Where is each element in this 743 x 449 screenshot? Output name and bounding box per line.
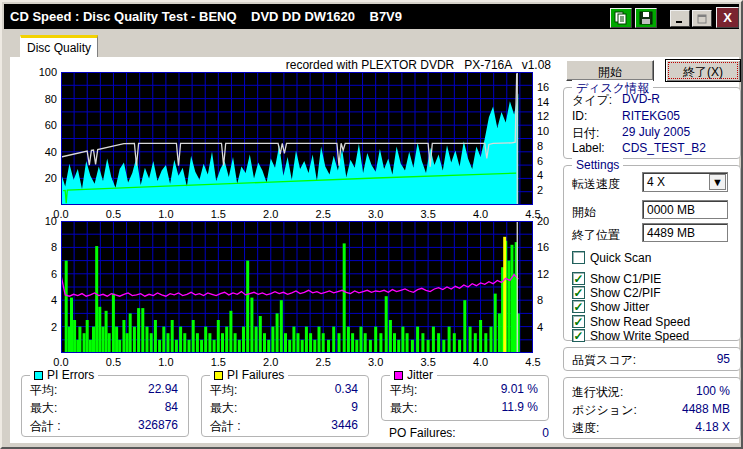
axis-tick-label: 4.5 — [518, 356, 548, 368]
show-write-speed-label: Show Write Speed — [590, 329, 689, 343]
axis-tick-label: 16 — [537, 241, 561, 253]
max-label: 最大: — [390, 400, 417, 417]
axis-tick-label: 2.5 — [308, 356, 338, 368]
progress-label: 進行状況: — [572, 384, 623, 401]
show-c1-pie-checkbox[interactable]: ✓ — [572, 272, 585, 285]
axis-tick-label: 2.0 — [256, 356, 286, 368]
jitter-stats-title: Jitter — [390, 368, 437, 382]
quick-scan-label: Quick Scan — [590, 251, 651, 265]
start-button[interactable]: 開始 — [566, 60, 654, 81]
avg-label: 平均: — [210, 382, 237, 399]
show-c2-pif-label: Show C2/PIF — [590, 286, 661, 300]
axis-tick-label: 2 — [537, 184, 561, 196]
titlebar[interactable]: CD Speed : Disc Quality Test - BENQ DVD … — [4, 4, 739, 29]
axis-tick-label: 16 — [537, 81, 561, 93]
save-button[interactable] — [635, 8, 657, 28]
close-icon: X — [723, 10, 732, 25]
disc-type-value: DVD-R — [622, 92, 660, 106]
exit-button-label: 終了(X) — [683, 65, 723, 79]
total-value: 326876 — [138, 418, 178, 432]
save-floppy-icon — [639, 11, 653, 25]
disc-date-label: 日付: — [572, 125, 599, 142]
window-title: CD Speed : Disc Quality Test - BENQ DVD … — [4, 9, 402, 24]
progress-group: 進行状況: 100 % ポジション: 4488 MB 速度: 4.18 X — [563, 377, 741, 439]
po-failures-value: 0 — [519, 426, 549, 440]
exit-button[interactable]: 終了(X) — [665, 59, 741, 82]
start-position-input[interactable]: 0000 MB — [642, 200, 728, 219]
tab-strip: Disc Quality — [4, 29, 739, 57]
show-write-speed-checkbox[interactable]: ✓ — [572, 329, 585, 342]
avg-value: 22.94 — [148, 382, 178, 396]
pi-errors-stats-box: PI Errors 平均: 22.94 最大: 84 合計 : 326876 — [21, 375, 189, 437]
axis-tick-label: 3.0 — [361, 208, 391, 220]
axis-tick-label: 3.0 — [361, 356, 391, 368]
show-read-speed-label: Show Read Speed — [590, 315, 690, 329]
avg-label: 平均: — [30, 382, 57, 399]
jitter-stats-box: Jitter 平均: 9.01 % 最大: 11.9 % — [381, 375, 549, 421]
quality-score-group: 品質スコア: 95 — [563, 347, 741, 371]
axis-tick-label: 2 — [25, 321, 57, 333]
quality-score-label: 品質スコア: — [572, 352, 636, 369]
pi-failures-stats-box: PI Failures 平均: 0.34 最大: 9 合計 : 3446 — [201, 375, 369, 437]
axis-tick-label: 0.5 — [98, 356, 128, 368]
axis-tick-label: 4 — [537, 169, 561, 181]
axis-tick-label: 10 — [537, 125, 561, 137]
total-label: 合計 : — [30, 418, 61, 435]
axis-tick-label: 20 — [25, 172, 57, 184]
maximize-button[interactable] — [692, 10, 712, 27]
axis-tick-label: 1.5 — [203, 208, 233, 220]
quick-scan-checkbox[interactable] — [572, 251, 585, 264]
pi-failures-swatch — [214, 371, 223, 380]
settings-title: Settings — [572, 158, 623, 172]
max-value: 84 — [165, 400, 178, 414]
speed-select[interactable]: 4 X ▼ — [642, 172, 728, 192]
axis-tick-label: 2.0 — [256, 208, 286, 220]
disc-label-value: CDS_TEST_B2 — [622, 141, 706, 155]
end-position-value: 4489 MB — [647, 226, 695, 240]
tab-label: Disc Quality — [27, 41, 91, 55]
start-position-value: 0000 MB — [647, 203, 695, 217]
copy-icon — [614, 11, 628, 25]
axis-tick-label: 6 — [25, 268, 57, 280]
speed-label: 速度: — [572, 420, 599, 437]
end-position-label: 終了位置 — [572, 227, 620, 244]
show-c2-pif-checkbox[interactable]: ✓ — [572, 286, 585, 299]
show-jitter-checkbox[interactable]: ✓ — [572, 300, 585, 313]
chevron-down-icon[interactable]: ▼ — [709, 174, 726, 190]
copy-to-clipboard-button[interactable] — [610, 8, 632, 28]
max-label: 最大: — [210, 400, 237, 417]
axis-tick-label: 0.5 — [98, 208, 128, 220]
disc-quality-page: recorded with PLEXTOR DVDR PX-716A v1.08… — [10, 57, 739, 443]
pi-errors-stats-title: PI Errors — [30, 368, 98, 382]
disc-id-label: ID: — [572, 109, 587, 123]
end-position-input[interactable]: 4489 MB — [642, 223, 728, 242]
axis-tick-label: 10 — [25, 215, 57, 227]
axis-tick-label: 4.0 — [466, 356, 496, 368]
axis-tick-label: 1.0 — [151, 208, 181, 220]
progress-value: 100 % — [696, 384, 730, 398]
axis-tick-label: 20 — [537, 215, 561, 227]
recorded-with-text: recorded with PLEXTOR DVDR PX-716A v1.08 — [191, 58, 551, 72]
pi-errors-chart — [61, 72, 533, 205]
axis-tick-label: 3.5 — [413, 208, 443, 220]
quality-score-value: 95 — [717, 352, 730, 366]
speed-value: 4.18 X — [695, 420, 730, 434]
disc-date-value: 29 July 2005 — [622, 125, 690, 139]
position-label: ポジション: — [572, 402, 637, 419]
tab-disc-quality[interactable]: Disc Quality — [20, 35, 98, 58]
axis-tick-label: 4.0 — [466, 208, 496, 220]
disc-info-group: ディスク情報 タイプ: DVD-R ID: RITEKG05 日付: 29 Ju… — [563, 87, 741, 159]
show-read-speed-checkbox[interactable]: ✓ — [572, 315, 585, 328]
close-button[interactable]: X — [716, 7, 739, 28]
total-value: 3446 — [331, 418, 358, 432]
max-label: 最大: — [30, 400, 57, 417]
pi-failures-stats-title: PI Failures — [210, 368, 288, 382]
start-button-label: 開始 — [598, 65, 622, 79]
speed-select-value: 4 X — [647, 175, 665, 189]
minimize-button[interactable] — [670, 10, 690, 27]
max-value: 11.9 % — [502, 400, 538, 414]
axis-tick-label: 8 — [537, 294, 561, 306]
po-failures-label: PO Failures: — [389, 426, 456, 440]
avg-value: 0.34 — [335, 382, 358, 396]
axis-tick-label: 8 — [25, 241, 57, 253]
